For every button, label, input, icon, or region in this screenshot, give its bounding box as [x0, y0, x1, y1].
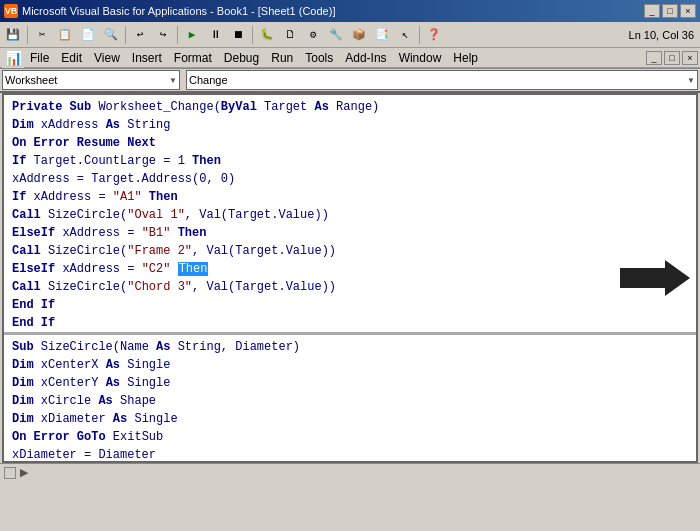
userform-icon[interactable]: 🗋: [279, 25, 301, 45]
menu-restore-button[interactable]: □: [664, 51, 680, 65]
code-line-b6: On Error GoTo ExitSub: [12, 428, 688, 446]
ref-icon[interactable]: 📦: [348, 25, 370, 45]
excel-icon[interactable]: 📊: [2, 48, 24, 68]
menu-debug[interactable]: Debug: [218, 49, 265, 67]
ln-col-status: Ln 10, Col 36: [629, 29, 698, 41]
find-icon[interactable]: 🔍: [100, 25, 122, 45]
arrow-annotation: [620, 260, 690, 296]
code-line-7: Call SizeCircle("Oval 1", Val(Target.Val…: [12, 206, 688, 224]
maximize-button[interactable]: □: [662, 4, 678, 18]
code-editor: Private Sub Worksheet_Change(ByVal Targe…: [2, 93, 698, 463]
save-icon[interactable]: 💾: [2, 25, 24, 45]
menu-bar: 📊 File Edit View Insert Format Debug Run…: [0, 48, 700, 68]
code-section-top[interactable]: Private Sub Worksheet_Change(ByVal Targe…: [4, 95, 696, 335]
code-line-4: If Target.CountLarge = 1 Then: [12, 152, 688, 170]
menu-view[interactable]: View: [88, 49, 126, 67]
worksheet-dropdown-arrow: ▼: [169, 76, 177, 85]
worksheet-label: Worksheet: [5, 74, 57, 86]
menu-file[interactable]: File: [24, 49, 55, 67]
minimize-button[interactable]: _: [644, 4, 660, 18]
toolbar-separator-1: [27, 26, 28, 44]
more-icon[interactable]: ⚙: [302, 25, 324, 45]
code-line-3: On Error Resume Next: [12, 134, 688, 152]
status-indicator: [4, 467, 16, 479]
code-line-10: ElseIf xAddress = "C2" Then: [12, 260, 688, 278]
menu-min-button[interactable]: _: [646, 51, 662, 65]
menu-addins[interactable]: Add-Ins: [339, 49, 392, 67]
code-line-b4: Dim xCircle As Shape: [12, 392, 688, 410]
code-line-1: Private Sub Worksheet_Change(ByVal Targe…: [12, 98, 688, 116]
code-line-b3: Dim xCenterY As Single: [12, 374, 688, 392]
code-section-bottom[interactable]: Sub SizeCircle(Name As String, Diameter)…: [4, 335, 696, 461]
debug-icon[interactable]: 🐛: [256, 25, 278, 45]
run-icon[interactable]: ▶: [181, 25, 203, 45]
props-icon[interactable]: 📑: [371, 25, 393, 45]
dropdown-bar: Worksheet ▼ Change ▼: [0, 69, 700, 93]
change-label: Change: [189, 74, 228, 86]
code-line-8: ElseIf xAddress = "B1" Then: [12, 224, 688, 242]
svg-marker-0: [620, 260, 690, 296]
toolbar-separator-3: [177, 26, 178, 44]
menu-tools[interactable]: Tools: [299, 49, 339, 67]
toolbar-area: 💾 ✂ 📋 📄 🔍 ↩ ↪ ▶ ⏸ ⏹ 🐛 🗋 ⚙ 🔧 📦 📑 ↖ ❓ Ln 1…: [0, 22, 700, 69]
code-line-14: End Sub: [12, 332, 688, 335]
toolbar-row1: 💾 ✂ 📋 📄 🔍 ↩ ↪ ▶ ⏸ ⏹ 🐛 🗋 ⚙ 🔧 📦 📑 ↖ ❓ Ln 1…: [0, 22, 700, 48]
code-line-2: Dim xAddress As String: [12, 116, 688, 134]
status-bar: ▶: [0, 463, 700, 481]
code-line-b2: Dim xCenterX As Single: [12, 356, 688, 374]
code-line-b7: xDiameter = Diameter: [12, 446, 688, 461]
title-bar: VB Microsoft Visual Basic for Applicatio…: [0, 0, 700, 22]
cut-icon[interactable]: ✂: [31, 25, 53, 45]
copy-icon[interactable]: 📋: [54, 25, 76, 45]
undo-icon[interactable]: ↩: [129, 25, 151, 45]
menu-help[interactable]: Help: [447, 49, 484, 67]
menu-bar-right: _ □ ×: [646, 51, 698, 65]
code-line-b5: Dim xDiameter As Single: [12, 410, 688, 428]
change-dropdown-arrow: ▼: [687, 76, 695, 85]
menu-edit[interactable]: Edit: [55, 49, 88, 67]
code-line-13: End If: [12, 314, 688, 332]
title-bar-controls[interactable]: _ □ ×: [644, 4, 696, 18]
highlighted-then: Then: [178, 262, 209, 276]
menu-format[interactable]: Format: [168, 49, 218, 67]
stop-icon[interactable]: ⏹: [227, 25, 249, 45]
pause-icon[interactable]: ⏸: [204, 25, 226, 45]
menu-run[interactable]: Run: [265, 49, 299, 67]
code-line-b1: Sub SizeCircle(Name As String, Diameter): [12, 338, 688, 356]
toolbar-separator-2: [125, 26, 126, 44]
code-line-11: Call SizeCircle("Chord 3", Val(Target.Va…: [12, 278, 688, 296]
title-bar-left: VB Microsoft Visual Basic for Applicatio…: [4, 4, 335, 18]
status-text: ▶: [20, 466, 28, 479]
code-line-9: Call SizeCircle("Frame 2", Val(Target.Va…: [12, 242, 688, 260]
redo-icon[interactable]: ↪: [152, 25, 174, 45]
menu-insert[interactable]: Insert: [126, 49, 168, 67]
menu-window[interactable]: Window: [393, 49, 448, 67]
toolbar-separator-4: [252, 26, 253, 44]
window-title: Microsoft Visual Basic for Applications …: [22, 5, 335, 17]
arrow-svg: [620, 260, 690, 296]
close-button[interactable]: ×: [680, 4, 696, 18]
arrow-icon[interactable]: ↖: [394, 25, 416, 45]
tools-icon[interactable]: 🔧: [325, 25, 347, 45]
code-line-5: xAddress = Target.Address(0, 0): [12, 170, 688, 188]
worksheet-dropdown[interactable]: Worksheet ▼: [2, 70, 180, 90]
toolbar-separator-5: [419, 26, 420, 44]
menu-close-button[interactable]: ×: [682, 51, 698, 65]
app-icon: VB: [4, 4, 18, 18]
help-icon[interactable]: ❓: [423, 25, 445, 45]
change-dropdown[interactable]: Change ▼: [186, 70, 698, 90]
paste-icon[interactable]: 📄: [77, 25, 99, 45]
code-line-12: End If: [12, 296, 688, 314]
code-line-6: If xAddress = "A1" Then: [12, 188, 688, 206]
